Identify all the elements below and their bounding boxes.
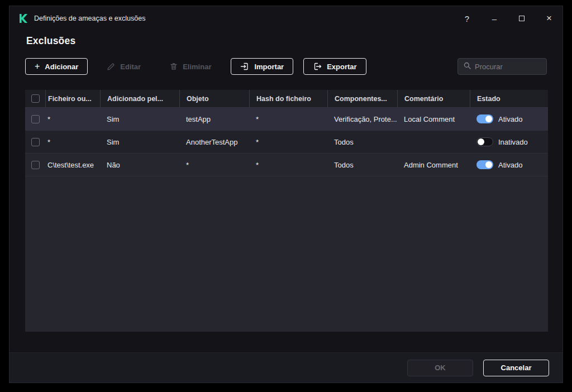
cell-comment [397, 131, 470, 153]
import-button-label: Importar [254, 63, 284, 71]
window-title: Definições de ameaças e exclusões [34, 15, 145, 22]
ok-button[interactable]: OK [407, 360, 473, 376]
maximize-button[interactable] [514, 11, 530, 26]
import-icon [240, 62, 249, 71]
close-button[interactable]: × [541, 11, 557, 26]
cell-object: testApp [179, 108, 249, 130]
cell-comment: Local Comment [397, 108, 470, 130]
column-header-object: Objeto [179, 90, 249, 107]
cell-added-by: Sim [100, 108, 179, 130]
kaspersky-logo-icon [17, 13, 28, 24]
cell-object: * [179, 154, 249, 176]
state-toggle[interactable] [476, 160, 493, 169]
table-empty-area [25, 176, 548, 332]
cell-components: Todos [327, 131, 397, 153]
cell-state: Ativado [470, 154, 548, 176]
add-button[interactable]: + Adicionar [25, 58, 88, 75]
cell-components: Todos [327, 154, 397, 176]
column-header-comment: Comentário [397, 90, 470, 107]
row-checkbox[interactable] [31, 161, 40, 169]
table-row[interactable]: * Sim AnotherTestApp * Todos Inativado [25, 131, 548, 154]
column-header-added-by: Adicionado pel... [100, 90, 179, 107]
export-icon [313, 62, 322, 71]
select-all-checkbox[interactable] [31, 94, 40, 103]
column-header-components: Componentes... [327, 90, 397, 107]
trash-icon [170, 63, 178, 70]
cell-components: Verificação, Prote... [327, 108, 397, 130]
delete-button[interactable]: Eliminar [160, 58, 221, 75]
cell-state: Inativado [470, 131, 548, 153]
search-icon [464, 61, 471, 71]
cell-object: AnotherTestApp [179, 131, 249, 153]
column-header-hash: Hash do ficheiro [249, 90, 327, 107]
delete-button-label: Eliminar [183, 63, 211, 71]
table-row[interactable]: C\test\test.exe Não * * Todos Admin Comm… [25, 154, 548, 176]
minimize-button[interactable]: – [487, 11, 502, 26]
edit-button[interactable]: Editar [98, 58, 150, 75]
toolbar: + Adicionar Editar Eliminar Importar [25, 58, 547, 75]
cancel-button[interactable]: Cancelar [483, 360, 549, 376]
pencil-icon [107, 63, 115, 70]
desktop-background: Definições de ameaças e exclusões ? – × … [0, 0, 572, 392]
maximize-icon [519, 16, 525, 21]
app-window: Definições de ameaças e exclusões ? – × … [9, 6, 563, 383]
window-controls: ? – × [459, 11, 557, 26]
add-button-label: Adicionar [45, 63, 78, 71]
search-input[interactable] [475, 63, 541, 71]
state-toggle[interactable] [476, 137, 493, 146]
footer-bar: OK Cancelar [9, 352, 563, 383]
state-label: Ativado [498, 161, 522, 169]
cell-hash: * [249, 131, 327, 153]
cell-added-by: Não [100, 154, 179, 176]
page-title: Exclusões [26, 35, 75, 47]
cell-file: C\test\test.exe [45, 154, 100, 176]
cell-file: * [45, 108, 100, 130]
state-label: Ativado [498, 115, 522, 123]
titlebar: Definições de ameaças e exclusões ? – × [9, 6, 563, 31]
row-checkbox[interactable] [31, 138, 40, 146]
import-button[interactable]: Importar [231, 58, 293, 75]
cell-comment: Admin Comment [397, 154, 470, 176]
row-checkbox[interactable] [31, 115, 40, 123]
search-box [457, 58, 547, 75]
export-button-label: Exportar [327, 63, 356, 71]
cell-added-by: Sim [100, 131, 179, 153]
cell-state: Ativado [470, 108, 548, 130]
cell-hash: * [249, 108, 327, 130]
export-button[interactable]: Exportar [303, 58, 366, 75]
table-header: Ficheiro ou... Adicionado pel... Objeto … [25, 90, 548, 108]
column-header-file: Ficheiro ou... [45, 90, 100, 107]
cell-file: * [45, 131, 100, 153]
column-header-state: Estado [470, 90, 548, 107]
state-toggle[interactable] [476, 114, 493, 123]
table-row[interactable]: * Sim testApp * Verificação, Prote... Lo… [25, 108, 548, 131]
edit-button-label: Editar [120, 63, 141, 71]
plus-icon: + [35, 62, 40, 71]
state-label: Inativado [498, 138, 528, 146]
cell-hash: * [249, 154, 327, 176]
help-button[interactable]: ? [459, 11, 475, 26]
exclusions-table: Ficheiro ou... Adicionado pel... Objeto … [25, 90, 548, 332]
